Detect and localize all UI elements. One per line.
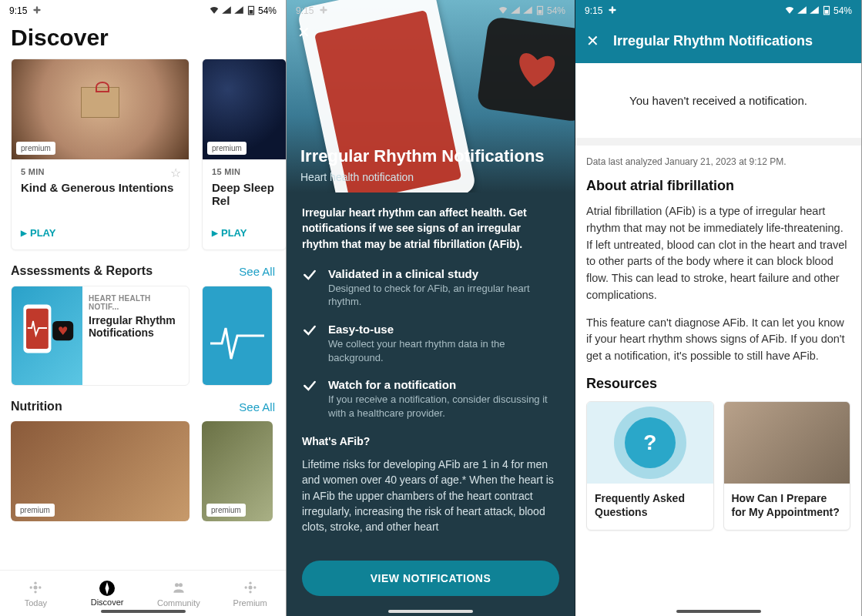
status-time: 9:15 bbox=[296, 5, 314, 16]
home-indicator[interactable] bbox=[388, 610, 473, 613]
today-icon bbox=[28, 580, 43, 597]
assessment-eyebrow: HEART HEALTH NOTIF... bbox=[89, 294, 183, 311]
status-time: 9:15 bbox=[9, 5, 27, 16]
assessments-header: Assessments & Reports See All bbox=[0, 250, 286, 286]
svg-point-13 bbox=[179, 583, 183, 587]
hero-banner: ✕ Irregular Rhythm Notifications Heart h… bbox=[287, 0, 575, 192]
assessment-card-irregular-rhythm[interactable]: HEART HEALTH NOTIF... Irregular Rhythm N… bbox=[11, 286, 190, 386]
status-bar: 9:15 54% bbox=[575, 0, 861, 18]
wifi-icon bbox=[784, 5, 795, 18]
home-indicator[interactable] bbox=[676, 610, 761, 613]
assessment-title: Irregular Rhythm Notifications bbox=[89, 314, 183, 339]
no-notification-text: You haven't received a notification. bbox=[575, 63, 861, 138]
bullet-watch: Watch for a notificationIf you receive a… bbox=[302, 378, 559, 420]
svg-point-9 bbox=[39, 586, 42, 588]
svg-rect-24 bbox=[612, 6, 613, 13]
svg-point-11 bbox=[35, 591, 37, 593]
slack-icon bbox=[607, 5, 618, 18]
heart-icon bbox=[511, 45, 562, 93]
svg-rect-20 bbox=[323, 6, 324, 13]
svg-point-7 bbox=[34, 585, 38, 589]
close-icon[interactable]: ✕ bbox=[297, 23, 310, 42]
premium-badge: premium bbox=[15, 504, 55, 517]
bullet-title: Watch for a notification bbox=[328, 378, 559, 391]
premium-badge: premium bbox=[207, 142, 247, 155]
card-image: premium bbox=[203, 59, 286, 159]
svg-point-15 bbox=[244, 586, 247, 588]
resource-image bbox=[724, 402, 850, 484]
resource-card-appointment[interactable]: How Can I Prepare for My Appointment? bbox=[723, 401, 851, 531]
afib-paragraph-2: This feature can't diagnose AFib. It can… bbox=[586, 315, 850, 365]
battery-icon bbox=[246, 5, 257, 18]
tab-today[interactable]: Today bbox=[0, 571, 72, 616]
see-all-link[interactable]: See All bbox=[239, 400, 275, 413]
status-time: 9:15 bbox=[585, 5, 602, 16]
hero-title: Irregular Rhythm Notifications bbox=[300, 146, 561, 166]
premium-badge: premium bbox=[206, 504, 246, 517]
tab-label: Today bbox=[25, 598, 47, 608]
irn-detail-screen: 9:15 54% ✕ Irregular Rhythm Notification… bbox=[575, 0, 862, 616]
card-title: Kind & Generous Intentions bbox=[21, 181, 179, 212]
nutrition-header: Nutrition See All bbox=[0, 386, 286, 421]
battery-percent: 54% bbox=[547, 5, 565, 16]
close-icon[interactable]: ✕ bbox=[586, 32, 599, 50]
afib-paragraph: Lifetime risks for developing AFib are 1… bbox=[302, 457, 559, 534]
see-all-link[interactable]: See All bbox=[239, 265, 275, 278]
irn-onboarding-screen: 9:15 54% ✕ Irregular Rhythm Notification… bbox=[287, 0, 575, 616]
svg-point-12 bbox=[175, 583, 179, 587]
whats-afib-heading: What's AFib? bbox=[302, 435, 559, 447]
check-icon bbox=[302, 267, 317, 309]
onboarding-body: Irregular heart rhythm can affect health… bbox=[287, 192, 575, 604]
resource-label: How Can I Prepare for My Appointment? bbox=[724, 484, 850, 530]
nutrition-card-peek[interactable]: premium bbox=[202, 421, 273, 521]
status-bar: 9:15 54% bbox=[287, 0, 575, 18]
resource-card-faq[interactable]: ? Frequently Asked Questions bbox=[586, 401, 714, 531]
app-bar-title: Irregular Rhythm Notifications bbox=[613, 33, 813, 49]
favorite-icon[interactable]: ☆ bbox=[170, 166, 181, 180]
media-card-kind-intentions[interactable]: premium 5 MIN ☆ Kind & Generous Intentio… bbox=[11, 59, 190, 250]
bullet-title: Easy-to-use bbox=[328, 323, 559, 336]
hero-subtitle: Heart health notification bbox=[300, 171, 561, 183]
check-icon bbox=[302, 323, 317, 364]
bullet-desc: Designed to check for AFib, an irregular… bbox=[328, 282, 559, 309]
app-bar: ✕ Irregular Rhythm Notifications bbox=[575, 18, 861, 63]
tab-label: Discover bbox=[91, 598, 124, 607]
battery-percent: 54% bbox=[833, 5, 852, 16]
assessment-card-peek[interactable] bbox=[202, 286, 273, 386]
section-divider bbox=[575, 138, 861, 146]
view-notifications-button[interactable]: VIEW NOTIFICATIONS bbox=[302, 561, 559, 596]
gift-icon bbox=[81, 87, 119, 118]
card-title: Deep Sleep Rel bbox=[212, 181, 277, 212]
status-bar: 9:15 54% bbox=[0, 0, 286, 18]
assessments-row: HEART HEALTH NOTIF... Irregular Rhythm N… bbox=[0, 286, 286, 386]
svg-rect-3 bbox=[250, 10, 253, 14]
battery-icon bbox=[821, 5, 832, 18]
card-image: premium bbox=[12, 59, 189, 159]
media-card-deep-sleep[interactable]: premium 15 MIN Deep Sleep Rel PLAY bbox=[202, 59, 287, 250]
tab-premium[interactable]: Premium bbox=[214, 571, 286, 616]
check-icon bbox=[302, 378, 317, 420]
card-duration: 5 MIN bbox=[21, 167, 179, 176]
bullet-easy: Easy-to-useWe collect your heart rhythm … bbox=[302, 323, 559, 364]
svg-point-18 bbox=[249, 591, 251, 593]
home-indicator[interactable] bbox=[101, 610, 186, 613]
svg-rect-1 bbox=[36, 6, 38, 13]
svg-point-17 bbox=[249, 581, 251, 584]
signal-icon bbox=[797, 5, 807, 18]
page-title: Discover bbox=[0, 18, 286, 59]
resource-label: Frequently Asked Questions bbox=[587, 484, 713, 530]
tab-label: Premium bbox=[233, 598, 267, 608]
slack-icon bbox=[318, 5, 329, 18]
bottom-tab-bar: Today Discover Community Premium bbox=[0, 570, 286, 616]
play-button[interactable]: PLAY bbox=[21, 227, 179, 239]
resources-heading: Resources bbox=[586, 376, 850, 392]
community-icon bbox=[171, 580, 186, 597]
compass-icon bbox=[99, 581, 115, 596]
svg-point-16 bbox=[253, 586, 256, 588]
afib-paragraph-1: Atrial fibrillation (AFib) is a type of … bbox=[586, 203, 850, 304]
tab-label: Community bbox=[157, 598, 200, 608]
nutrition-card[interactable]: premium bbox=[11, 421, 190, 521]
battery-icon bbox=[535, 5, 545, 18]
play-button[interactable]: PLAY bbox=[212, 227, 277, 239]
nutrition-row: premium premium bbox=[0, 421, 286, 521]
